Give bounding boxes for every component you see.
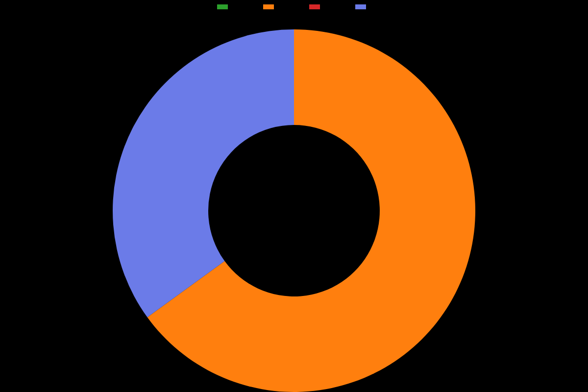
donut-chart [108, 24, 480, 392]
donut-slice-3 [113, 29, 294, 317]
legend-item-2 [309, 4, 325, 10]
legend-item-3 [355, 4, 371, 10]
donut-svg [108, 24, 480, 392]
legend-swatch-0 [217, 4, 228, 10]
chart-stage [0, 0, 588, 392]
legend-swatch-2 [309, 4, 320, 10]
legend-swatch-1 [263, 4, 274, 10]
legend-swatch-3 [355, 4, 367, 10]
legend-item-1 [263, 4, 279, 10]
chart-legend [0, 4, 588, 10]
legend-item-0 [217, 4, 233, 10]
